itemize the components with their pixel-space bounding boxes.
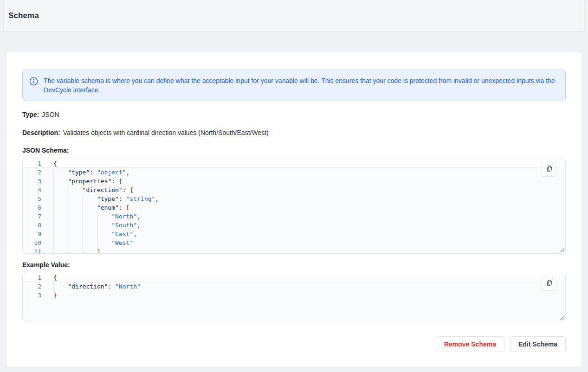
copy-schema-button[interactable] <box>541 162 556 177</box>
code-line: 3"properties": { <box>23 177 559 186</box>
code-line: 6"enum": [ <box>23 203 559 212</box>
example-value-label: Example Value: <box>22 261 566 269</box>
editor-resize-handle[interactable] <box>559 315 564 320</box>
copy-icon <box>545 165 553 174</box>
remove-schema-button[interactable]: Remove Schema <box>436 336 504 352</box>
indent-guide <box>97 230 111 238</box>
indent-guide <box>53 238 68 247</box>
indent-guide <box>53 282 68 291</box>
indent-guide <box>97 212 111 221</box>
indent-guide <box>83 238 97 247</box>
code-line: 9"East", <box>23 230 559 238</box>
editor-scroll-track <box>559 159 559 253</box>
type-value: JSON <box>42 111 59 118</box>
example-value-editor[interactable]: 1{2"direction": "North"3} <box>22 273 566 321</box>
schema-card: The variable schema is where you can def… <box>6 52 582 367</box>
code-line: 1{ <box>23 273 559 282</box>
line-number: 1 <box>23 159 41 167</box>
indent-guide <box>68 194 82 203</box>
type-label: Type: <box>22 111 39 118</box>
indent-guide <box>53 230 68 238</box>
json-schema-editor[interactable]: 1{2"type": "object",3"properties": {4"di… <box>22 159 566 254</box>
indent-guide <box>53 203 68 212</box>
line-number: 10 <box>23 238 41 247</box>
line-number: 4 <box>23 186 41 194</box>
indent-guide <box>83 230 97 238</box>
description-value: Validates objects with cardinal directio… <box>63 129 269 136</box>
edit-schema-button[interactable]: Edit Schema <box>510 336 566 352</box>
copy-example-button[interactable] <box>541 276 556 291</box>
code-line: 2"type": "object", <box>23 168 559 177</box>
line-number: 5 <box>23 194 41 203</box>
copy-icon <box>545 279 553 288</box>
info-alert: The variable schema is where you can def… <box>22 70 566 101</box>
indent-guide <box>68 203 82 212</box>
line-number: 6 <box>23 203 41 212</box>
code-lines: 1{2"direction": "North"3} <box>23 273 559 300</box>
editor-resize-handle[interactable] <box>559 247 564 252</box>
indent-guide <box>83 247 97 254</box>
code-lines: 1{2"type": "object",3"properties": {4"di… <box>23 159 559 254</box>
line-number: 3 <box>23 291 41 300</box>
indent-guide <box>68 247 82 254</box>
code-line: 1{ <box>23 159 559 168</box>
indent-guide <box>83 221 97 230</box>
indent-guide <box>53 221 68 230</box>
indent-guide <box>68 212 82 221</box>
line-number: 11 <box>23 247 41 254</box>
page-title: Schema <box>8 11 39 20</box>
indent-guide <box>68 186 82 194</box>
footer-actions: Remove Schema Edit Schema <box>22 336 566 352</box>
line-number: 2 <box>23 168 41 177</box>
indent-guide <box>68 230 82 238</box>
json-schema-label: JSON Schema: <box>22 147 566 154</box>
description-field: Description:Validates objects with cardi… <box>22 129 566 136</box>
indent-guide <box>53 186 68 194</box>
code-line: 8"South", <box>23 221 559 230</box>
line-number: 2 <box>23 282 41 291</box>
page-header: Schema <box>3 0 585 32</box>
indent-guide <box>97 238 111 247</box>
code-line: 11] <box>23 247 559 254</box>
indent-guide <box>68 238 82 247</box>
code-line: 3} <box>23 291 559 300</box>
indent-guide <box>83 194 97 203</box>
indent-guide <box>83 203 97 212</box>
line-number: 9 <box>23 230 41 238</box>
alert-text: The variable schema is where you can def… <box>44 76 558 95</box>
type-field: Type:JSON <box>22 111 566 118</box>
code-line: 7"North", <box>23 212 559 221</box>
line-number: 8 <box>23 221 41 230</box>
code-line: 4"direction": { <box>23 186 559 194</box>
indent-guide <box>53 212 68 221</box>
line-number: 1 <box>23 273 41 282</box>
indent-guide <box>53 177 68 186</box>
indent-guide <box>53 247 68 254</box>
code-line: 5"type": "string", <box>23 194 559 203</box>
info-icon <box>29 77 38 88</box>
indent-guide <box>53 168 68 177</box>
line-number: 3 <box>23 177 41 186</box>
indent-guide <box>83 212 97 221</box>
indent-guide <box>97 221 111 230</box>
indent-guide <box>68 221 82 230</box>
code-line: 10"West" <box>23 238 559 247</box>
editor-scroll-track <box>559 273 559 321</box>
code-line: 2"direction": "North" <box>23 282 559 291</box>
description-label: Description: <box>22 129 60 136</box>
line-number: 7 <box>23 212 41 221</box>
indent-guide <box>53 194 68 203</box>
